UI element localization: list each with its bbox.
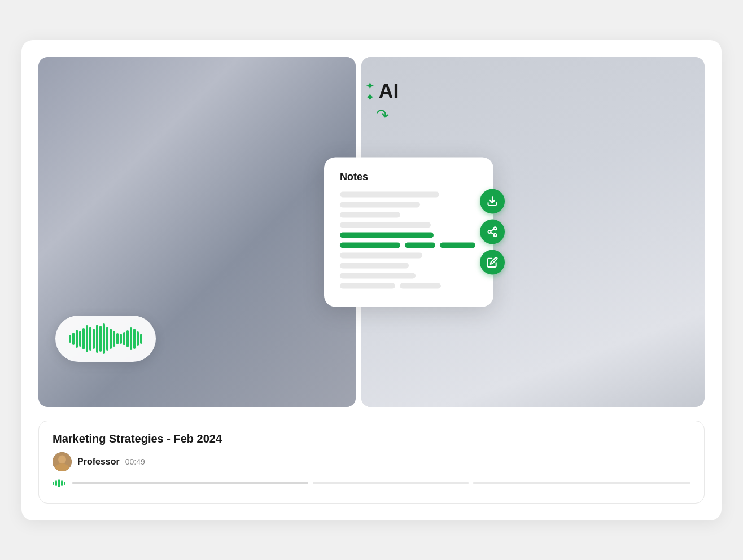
mini-wave-bar <box>55 480 57 486</box>
progress-segment-1 <box>72 482 308 484</box>
wave-bar <box>72 333 75 345</box>
wave-bar <box>76 330 78 348</box>
note-lines-row <box>340 242 478 248</box>
note-line <box>340 262 409 268</box>
svg-line-24 <box>491 233 494 234</box>
share-icon <box>487 226 498 238</box>
wave-bar <box>99 326 102 352</box>
note-line-green <box>440 242 475 248</box>
avatar <box>53 452 72 471</box>
mini-wave-bar <box>64 482 65 485</box>
wave-bar <box>96 325 98 353</box>
svg-point-48 <box>58 455 66 463</box>
note-line <box>340 252 422 258</box>
waveform-badge <box>55 316 156 362</box>
sparkle-icon: ✦✦ <box>365 80 375 103</box>
wave-bar <box>79 331 81 347</box>
wave-bar <box>110 329 112 349</box>
wave-bar <box>86 325 88 352</box>
notes-card-title: Notes <box>340 170 478 182</box>
bottom-section: Marketing Strategies - Feb 2024 Professo… <box>38 421 705 504</box>
ai-label: ✦✦ AI ↷ <box>365 80 399 124</box>
top-section: ✦✦ AI ↷ Notes <box>38 57 705 407</box>
note-lines-row <box>340 283 478 288</box>
wave-bar <box>89 327 91 351</box>
wave-bar <box>123 332 125 345</box>
ai-text-wrapper: ✦✦ AI <box>365 80 399 103</box>
note-line <box>340 191 439 197</box>
progress-segment-3 <box>473 482 690 484</box>
professor-name: Professor <box>77 457 120 467</box>
mini-wave-bar <box>53 482 54 485</box>
edit-button[interactable] <box>480 250 505 275</box>
notes-card: Notes <box>324 157 493 307</box>
wave-bar <box>93 329 95 349</box>
wave-bar <box>133 329 136 349</box>
wave-bar <box>140 334 142 344</box>
playback-row <box>53 479 690 487</box>
note-line-green <box>405 242 435 248</box>
wave-bar <box>103 323 105 354</box>
note-line <box>340 283 395 288</box>
share-button[interactable] <box>480 220 505 244</box>
edit-icon <box>487 257 498 268</box>
wave-bar <box>82 328 85 349</box>
wave-bar <box>130 327 132 350</box>
wave-bar <box>106 327 108 351</box>
svg-line-25 <box>491 229 494 231</box>
duration: 00:49 <box>125 457 145 466</box>
main-card: ✦✦ AI ↷ Notes <box>21 40 722 520</box>
note-line <box>340 222 431 228</box>
ai-heading: AI <box>378 80 399 103</box>
progress-segment-2 <box>313 482 468 484</box>
ai-arrow-icon: ↷ <box>374 104 390 125</box>
waveform-visual <box>69 323 142 354</box>
progress-bar[interactable] <box>72 482 690 484</box>
note-line <box>340 273 416 278</box>
mini-waveform-icon <box>53 479 65 487</box>
wave-bar <box>126 330 129 347</box>
photo-left <box>38 57 356 407</box>
note-line <box>340 202 420 207</box>
recording-meta: Professor 00:49 <box>53 452 690 471</box>
note-line <box>400 283 441 288</box>
wave-bar <box>116 333 119 344</box>
avatar-image <box>53 452 72 471</box>
wave-bar <box>113 331 115 347</box>
note-line-green <box>340 232 434 238</box>
mini-wave-bar <box>58 479 60 487</box>
download-button[interactable] <box>480 189 505 214</box>
action-buttons <box>480 189 505 275</box>
note-line <box>340 212 400 217</box>
wave-bar <box>69 335 71 343</box>
wave-bar <box>137 331 139 346</box>
wave-bar <box>120 334 122 344</box>
download-icon <box>487 196 498 207</box>
recording-title: Marketing Strategies - Feb 2024 <box>53 432 690 445</box>
mini-wave-bar <box>61 480 63 486</box>
note-line-green <box>340 242 400 248</box>
